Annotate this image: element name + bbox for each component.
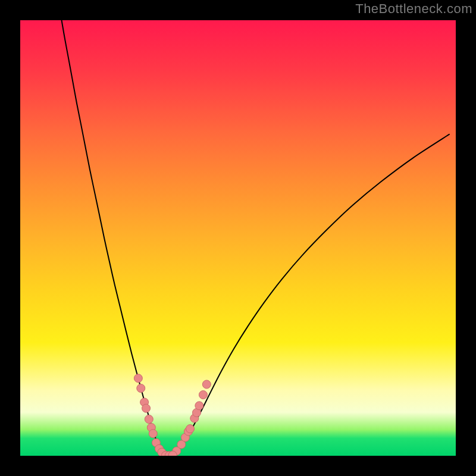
data-dot xyxy=(202,380,211,389)
data-dot xyxy=(137,384,145,393)
data-dot xyxy=(195,402,203,410)
data-dot xyxy=(199,391,207,399)
dots-group xyxy=(134,374,211,456)
data-dot xyxy=(134,374,142,383)
data-dot xyxy=(142,404,151,412)
watermark-text: TheBottleneck.com xyxy=(355,1,472,17)
curve-left-curve xyxy=(62,20,168,455)
curve-layer xyxy=(20,20,456,456)
plot-area xyxy=(20,20,456,456)
data-dot xyxy=(186,425,194,433)
curve-right-curve xyxy=(168,134,449,455)
data-dot xyxy=(149,430,157,438)
chart-frame: TheBottleneck.com xyxy=(0,0,476,476)
data-dot xyxy=(145,415,153,424)
